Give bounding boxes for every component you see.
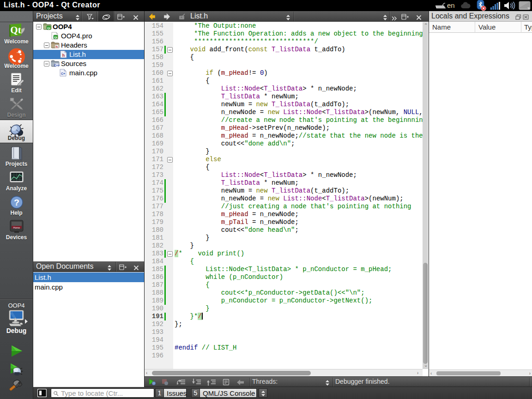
svg-text:h: h	[62, 53, 65, 58]
svg-text:C+: C+	[61, 72, 65, 75]
svg-text:C++: C++	[54, 64, 60, 67]
svg-text:Qt: Qt	[10, 24, 21, 36]
svg-text:Home: Home	[13, 226, 20, 229]
svg-text:?: ?	[14, 198, 19, 207]
svg-text:Qt: Qt	[47, 26, 51, 30]
svg-text:h: h	[56, 45, 58, 48]
svg-text:Qt: Qt	[54, 36, 58, 39]
